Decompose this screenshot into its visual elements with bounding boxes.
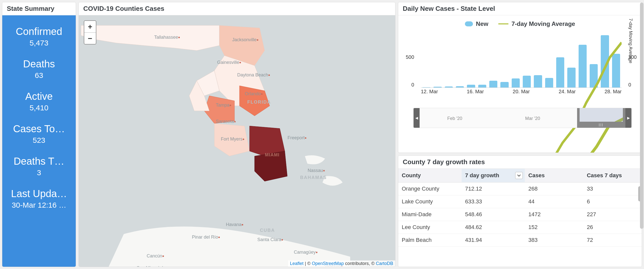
x-axis: 12. Mar 16. Mar 20. Mar 24. Mar 28. Mar [421, 89, 622, 98]
chart-bar[interactable] [534, 75, 542, 87]
map-attribution: Leaflet | © OpenStreetMap contributors, … [288, 260, 395, 267]
table-cell: 26 [583, 221, 642, 234]
growth-table: County 7 day growth Cases Cases 7 days [398, 169, 642, 247]
table-cell: 712.12 [462, 183, 525, 195]
chart-bar[interactable] [433, 87, 441, 87]
chart-legend: New 7-day Moving Average [403, 20, 637, 27]
metric-label: Active [5, 91, 73, 102]
col-cases7[interactable]: Cases 7 days [583, 169, 642, 183]
table-cell: 44 [525, 195, 583, 208]
metric-value: 63 [5, 71, 73, 80]
metric-cases-today: Cases To… 523 [2, 118, 76, 150]
chart-range-slider[interactable]: ◀ ▶ Feb '20 Mar '20 ||| [413, 108, 632, 128]
cartodb-link[interactable]: CartoDB [376, 261, 393, 266]
chart-bar[interactable] [456, 86, 464, 87]
table-cell: Orange County [398, 183, 462, 195]
chart-bar[interactable] [467, 85, 475, 87]
table-cell: Miami-Dade [398, 208, 462, 221]
table-cell: 1472 [525, 208, 583, 221]
chart-title: Daily New Cases - State Level [398, 2, 642, 15]
zoom-out-button[interactable]: − [84, 32, 96, 44]
map-title: COVID-19 Counties Cases [79, 2, 395, 15]
table-cell: 268 [525, 183, 583, 195]
table-row[interactable]: Miami-Dade548.461472227 [398, 208, 642, 221]
chart-bar[interactable] [422, 87, 430, 87]
y-axis-right: 300 0 [628, 32, 637, 88]
chart-bar[interactable] [445, 86, 453, 87]
legend-moving-avg[interactable]: 7-day Moving Average [498, 20, 575, 27]
table-row[interactable]: Lee County484.6215226 [398, 221, 642, 234]
col-county[interactable]: County [398, 169, 462, 183]
table-cell: 72 [583, 234, 642, 247]
table-cell: 548.46 [462, 208, 525, 221]
chart-bar[interactable] [512, 78, 520, 87]
chart-bar[interactable] [590, 64, 598, 87]
table-cell: 484.62 [462, 221, 525, 234]
range-prev-button[interactable]: ◀ [414, 108, 420, 128]
chart-bar[interactable] [478, 85, 486, 87]
table-cell: 227 [583, 208, 642, 221]
chart-bar[interactable] [612, 54, 620, 87]
line-swatch-icon [498, 23, 508, 24]
chart-bar[interactable] [500, 82, 508, 87]
table-cell: 33 [583, 183, 642, 195]
chart-bar[interactable] [523, 76, 531, 87]
map-canvas[interactable]: + − [79, 15, 395, 267]
chart-bars [421, 32, 622, 88]
metric-value: 5,410 [5, 104, 73, 112]
table-cell: Lake County [398, 195, 462, 208]
y-axis-left: 500 0 [406, 32, 414, 88]
metric-label: Confirmed [5, 26, 73, 37]
state-summary-panel: State Summary Confirmed 5,473 Deaths 63 … [2, 2, 76, 267]
table-panel: County 7 day growth rates County 7 day g… [398, 155, 642, 267]
metric-value: 523 [5, 136, 73, 145]
metric-label: Deaths [5, 58, 73, 70]
metric-confirmed: Confirmed 5,473 [2, 20, 76, 53]
metric-last-updated: Last Upda… 30-Mar 12:16 … [2, 183, 76, 215]
table-row[interactable]: Palm Beach431.9438372 [398, 234, 642, 247]
chart-bar[interactable] [545, 78, 553, 87]
page-scrollbar[interactable] [640, 3, 643, 229]
table-cell: Lee County [398, 221, 462, 234]
chart-bar[interactable] [579, 45, 587, 87]
map-panel: COVID-19 Counties Cases + − [78, 2, 395, 267]
leaflet-link[interactable]: Leaflet [290, 261, 304, 266]
col-cases[interactable]: Cases [525, 169, 583, 183]
table-row[interactable]: Orange County712.1226833 [398, 183, 642, 195]
table-title: County 7 day growth rates [398, 156, 642, 169]
metric-deaths-today: Deaths T… 3 [2, 150, 76, 183]
metric-label: Cases To… [5, 123, 73, 134]
chart-plot-area[interactable]: 7-day Moving Average 500 0 300 0 [411, 32, 622, 98]
zoom-in-button[interactable]: + [84, 21, 96, 32]
metric-value: 30-Mar 12:16 … [5, 201, 73, 209]
table-header-row: County 7 day growth Cases Cases 7 days [398, 169, 642, 183]
metric-value: 5,473 [5, 39, 73, 47]
chart-panel: Daily New Cases - State Level New 7-day … [398, 2, 642, 153]
table-row[interactable]: Lake County633.33446 [398, 195, 642, 208]
range-selection[interactable] [577, 108, 626, 122]
table-cell: 431.94 [462, 234, 525, 247]
table-cell: Palm Beach [398, 234, 462, 247]
chart-bar[interactable] [489, 81, 497, 87]
metric-label: Deaths T… [5, 156, 73, 167]
chevron-down-icon[interactable] [515, 172, 523, 179]
zoom-controls: + − [84, 20, 96, 44]
col-growth[interactable]: 7 day growth [462, 169, 525, 183]
chart-bar[interactable] [567, 68, 575, 87]
bar-swatch-icon [465, 21, 473, 26]
chart-bar[interactable] [601, 35, 609, 87]
legend-new[interactable]: New [465, 20, 488, 27]
table-body: County 7 day growth Cases Cases 7 days [398, 169, 642, 267]
state-summary-body: Confirmed 5,473 Deaths 63 Active 5,410 C… [2, 15, 76, 267]
metric-active: Active 5,410 [2, 85, 76, 118]
metric-value: 3 [5, 168, 73, 177]
metric-deaths: Deaths 63 [2, 53, 76, 85]
range-drag-handle[interactable]: ||| [577, 122, 626, 128]
chart-bar[interactable] [556, 57, 564, 87]
osm-link[interactable]: OpenStreetMap [312, 261, 344, 266]
table-cell: 633.33 [462, 195, 525, 208]
range-next-button[interactable]: ▶ [625, 108, 631, 128]
metric-label: Last Upda… [5, 188, 73, 199]
florida-map-svg [79, 15, 395, 267]
table-cell: 152 [525, 221, 583, 234]
